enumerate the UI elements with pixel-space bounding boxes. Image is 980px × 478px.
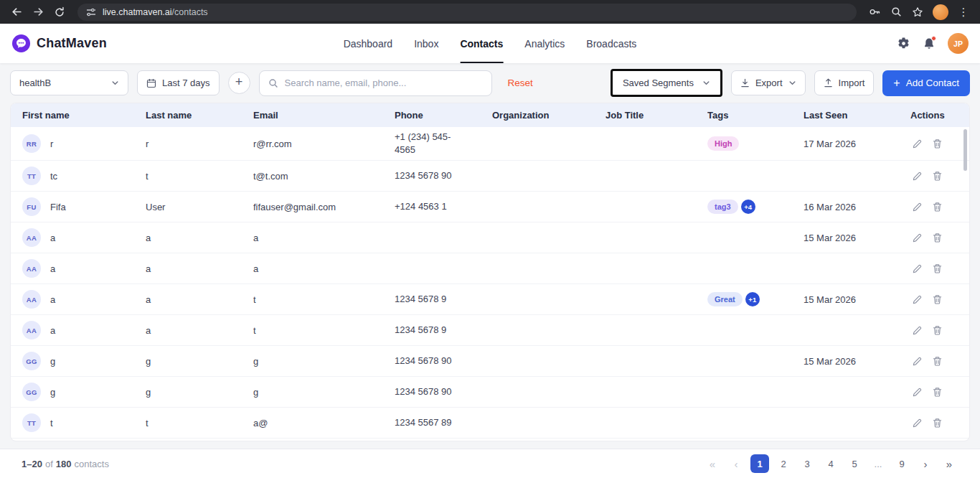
- delete-contact-button[interactable]: [932, 202, 943, 212]
- contact-last-name: g: [146, 356, 253, 367]
- edit-contact-button[interactable]: [912, 294, 923, 305]
- table-body: RR r r r@rr.com +1 (234) 545-4565 High 1…: [11, 127, 969, 439]
- pagination-page-5[interactable]: 5: [845, 454, 864, 473]
- delete-contact-button[interactable]: [932, 263, 943, 274]
- import-button[interactable]: Import: [814, 70, 875, 95]
- table-row[interactable]: TT t t a@ 1234 5567 89: [11, 408, 969, 439]
- download-icon: [740, 78, 750, 88]
- table-row[interactable]: GG g g g 1234 5678 90: [11, 377, 969, 408]
- edit-contact-button[interactable]: [912, 325, 923, 336]
- browser-back-button[interactable]: [7, 3, 26, 22]
- nav-inbox[interactable]: Inbox: [414, 24, 438, 63]
- contact-avatar: GG: [22, 383, 41, 401]
- delete-contact-button[interactable]: [932, 418, 943, 428]
- column-first-name: First name: [22, 110, 146, 121]
- table-row[interactable]: AA a a t 1234 5678 9 Great+1 15 Mar 2026: [11, 284, 969, 315]
- pagination-first[interactable]: «: [703, 454, 722, 473]
- contact-email: t: [253, 294, 395, 305]
- delete-contact-button[interactable]: [932, 325, 943, 336]
- contact-first-name: g: [50, 356, 55, 367]
- table-row[interactable]: RR r r r@rr.com +1 (234) 545-4565 High 1…: [11, 127, 969, 161]
- pagination-page-4[interactable]: 4: [821, 454, 840, 473]
- nav-broadcasts[interactable]: Broadcasts: [586, 24, 636, 63]
- column-tags: Tags: [707, 110, 804, 121]
- delete-contact-button[interactable]: [932, 356, 943, 367]
- delete-contact-button[interactable]: [932, 387, 943, 398]
- add-contact-button[interactable]: + Add Contact: [882, 70, 970, 96]
- import-label: Import: [839, 78, 865, 88]
- table-row[interactable]: TT tc t t@t.com 1234 5678 90: [11, 161, 969, 192]
- contact-phone: 1234 5678 9: [395, 293, 492, 306]
- column-organization: Organization: [492, 110, 606, 121]
- table-row[interactable]: GG g g g 1234 5678 90 15 Mar 2026: [11, 346, 969, 377]
- table-row[interactable]: AA a a a 15 Mar 2026: [11, 222, 969, 253]
- table-row[interactable]: FU Fifa User fifauser@gmail.com +124 456…: [11, 192, 969, 222]
- password-key-icon[interactable]: [865, 3, 884, 22]
- column-actions: Actions: [910, 110, 969, 121]
- search-icon: [268, 78, 278, 88]
- tag-pill: High: [707, 136, 739, 151]
- browser-menu-icon[interactable]: ⋮: [954, 3, 973, 22]
- contact-first-name: g: [50, 387, 55, 398]
- table-row[interactable]: AA a a t 1234 5678 9: [11, 315, 969, 346]
- saved-segments-label: Saved Segments: [623, 78, 694, 88]
- table-scrollbar-thumb[interactable]: [963, 129, 967, 171]
- reset-filters-link[interactable]: Reset: [508, 78, 533, 88]
- tag-overflow-badge[interactable]: +1: [745, 292, 760, 306]
- chevron-down-icon: [702, 79, 710, 87]
- pagination-prev[interactable]: ‹: [727, 454, 745, 473]
- user-avatar[interactable]: JP: [948, 33, 969, 54]
- delete-contact-button[interactable]: [932, 294, 943, 305]
- delete-contact-button[interactable]: [932, 139, 943, 149]
- address-bar[interactable]: live.chatmaven.ai/contacts: [77, 4, 857, 21]
- browser-profile-avatar[interactable]: [933, 4, 948, 20]
- edit-contact-button[interactable]: [912, 171, 923, 182]
- contact-avatar: AA: [22, 259, 41, 278]
- url-path: /contacts: [172, 7, 208, 17]
- contact-last-seen: 16 Mar 2026: [804, 202, 910, 212]
- export-dropdown[interactable]: Export: [731, 70, 806, 95]
- delete-contact-button[interactable]: [932, 233, 943, 243]
- pagination-page-2[interactable]: 2: [774, 454, 793, 473]
- bookmark-star-icon[interactable]: [908, 3, 927, 22]
- nav-dashboard[interactable]: Dashboard: [344, 24, 393, 63]
- contact-last-seen: 15 Mar 2026: [804, 233, 910, 243]
- contact-last-name: t: [146, 418, 253, 428]
- browser-forward-button[interactable]: [29, 3, 47, 22]
- pagination-page-1[interactable]: 1: [750, 454, 769, 473]
- settings-gear-icon[interactable]: [897, 37, 910, 50]
- browser-reload-button[interactable]: [50, 3, 69, 22]
- notification-dot: [931, 36, 936, 41]
- contact-avatar: AA: [22, 321, 41, 339]
- edit-contact-button[interactable]: [912, 202, 923, 212]
- column-last-seen: Last Seen: [804, 110, 910, 121]
- table-row[interactable]: AA a a a: [11, 253, 969, 284]
- notifications-bell-icon[interactable]: [923, 37, 936, 50]
- upload-icon: [824, 78, 833, 88]
- edit-contact-button[interactable]: [912, 387, 923, 398]
- nav-analytics[interactable]: Analytics: [524, 24, 565, 63]
- site-info-icon[interactable]: [86, 7, 96, 17]
- pagination-page-3[interactable]: 3: [798, 454, 816, 473]
- nav-contacts[interactable]: Contacts: [460, 24, 503, 63]
- edit-contact-button[interactable]: [912, 233, 923, 243]
- edit-contact-button[interactable]: [912, 356, 923, 367]
- date-range-button[interactable]: Last 7 days: [137, 70, 220, 95]
- delete-contact-button[interactable]: [932, 171, 943, 182]
- contact-first-name: a: [50, 294, 55, 305]
- add-filter-button[interactable]: +: [228, 72, 250, 94]
- contact-phone: +124 4563 1: [395, 200, 492, 213]
- contact-last-seen: 17 Mar 2026: [804, 139, 910, 149]
- pagination-page-9[interactable]: 9: [892, 454, 911, 473]
- edit-contact-button[interactable]: [912, 263, 923, 274]
- tag-overflow-badge[interactable]: +4: [741, 200, 755, 214]
- search-tab-icon[interactable]: [887, 3, 905, 22]
- segment-select[interactable]: healthB: [10, 70, 128, 95]
- edit-contact-button[interactable]: [912, 418, 923, 428]
- pagination-next[interactable]: ›: [916, 454, 935, 473]
- edit-contact-button[interactable]: [912, 139, 923, 149]
- saved-segments-dropdown[interactable]: Saved Segments: [611, 69, 722, 97]
- brand-logo[interactable]: ChatMaven: [11, 34, 107, 53]
- pagination-last[interactable]: »: [940, 454, 958, 473]
- search-input[interactable]: [285, 78, 483, 88]
